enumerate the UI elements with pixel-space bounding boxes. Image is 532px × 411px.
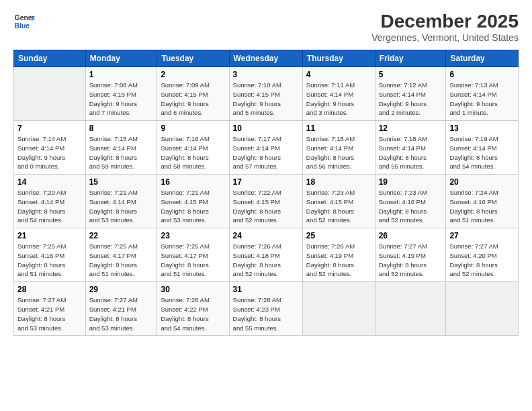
header: General Blue December 2025 Vergennes, Ve…	[13, 11, 519, 43]
day-info: Sunrise: 7:14 AM Sunset: 4:14 PM Dayligh…	[17, 134, 82, 171]
day-info: Sunrise: 7:18 AM Sunset: 4:14 PM Dayligh…	[379, 134, 443, 171]
day-number: 7	[17, 124, 82, 133]
day-cell: 3Sunrise: 7:10 AM Sunset: 4:15 PM Daylig…	[229, 67, 302, 121]
col-friday: Friday	[375, 50, 446, 67]
day-number: 26	[379, 231, 443, 240]
day-info: Sunrise: 7:09 AM Sunset: 4:15 PM Dayligh…	[161, 81, 225, 118]
page: General Blue December 2025 Vergennes, Ve…	[0, 0, 532, 411]
calendar: Sunday Monday Tuesday Wednesday Thursday…	[13, 50, 519, 336]
day-cell: 14Sunrise: 7:20 AM Sunset: 4:14 PM Dayli…	[14, 175, 86, 228]
week-row-3: 21Sunrise: 7:25 AM Sunset: 4:16 PM Dayli…	[14, 228, 519, 282]
day-number: 3	[233, 70, 299, 79]
day-info: Sunrise: 7:20 AM Sunset: 4:14 PM Dayligh…	[17, 188, 82, 225]
day-number: 2	[161, 70, 225, 79]
day-info: Sunrise: 7:25 AM Sunset: 4:16 PM Dayligh…	[17, 242, 82, 279]
day-number: 5	[379, 70, 443, 79]
day-info: Sunrise: 7:08 AM Sunset: 4:15 PM Dayligh…	[89, 81, 154, 118]
day-cell: 7Sunrise: 7:14 AM Sunset: 4:14 PM Daylig…	[14, 121, 86, 175]
logo-icon: General Blue	[13, 11, 35, 32]
day-info: Sunrise: 7:25 AM Sunset: 4:17 PM Dayligh…	[89, 242, 154, 279]
day-info: Sunrise: 7:27 AM Sunset: 4:21 PM Dayligh…	[89, 295, 154, 332]
day-number: 9	[161, 124, 225, 133]
day-info: Sunrise: 7:13 AM Sunset: 4:14 PM Dayligh…	[449, 81, 515, 118]
day-info: Sunrise: 7:15 AM Sunset: 4:14 PM Dayligh…	[89, 134, 154, 171]
day-info: Sunrise: 7:28 AM Sunset: 4:23 PM Dayligh…	[233, 295, 299, 332]
day-number: 10	[233, 124, 299, 133]
day-cell: 8Sunrise: 7:15 AM Sunset: 4:14 PM Daylig…	[85, 121, 157, 175]
day-number: 28	[17, 285, 82, 294]
day-number: 11	[306, 124, 371, 133]
day-number: 23	[161, 231, 225, 240]
day-number: 6	[449, 70, 515, 79]
day-number: 22	[89, 231, 154, 240]
calendar-body: 1Sunrise: 7:08 AM Sunset: 4:15 PM Daylig…	[14, 67, 519, 336]
day-number: 25	[306, 231, 371, 240]
day-cell: 23Sunrise: 7:25 AM Sunset: 4:17 PM Dayli…	[157, 228, 229, 282]
day-cell	[14, 67, 86, 121]
col-saturday: Saturday	[446, 50, 519, 67]
day-info: Sunrise: 7:26 AM Sunset: 4:19 PM Dayligh…	[306, 242, 371, 279]
day-cell	[446, 282, 519, 336]
day-cell: 26Sunrise: 7:27 AM Sunset: 4:19 PM Dayli…	[375, 228, 446, 282]
day-cell: 30Sunrise: 7:28 AM Sunset: 4:22 PM Dayli…	[157, 282, 229, 336]
day-cell: 19Sunrise: 7:23 AM Sunset: 4:16 PM Dayli…	[375, 175, 446, 228]
day-info: Sunrise: 7:27 AM Sunset: 4:20 PM Dayligh…	[449, 242, 515, 279]
day-cell: 1Sunrise: 7:08 AM Sunset: 4:15 PM Daylig…	[85, 67, 157, 121]
day-cell: 24Sunrise: 7:26 AM Sunset: 4:18 PM Dayli…	[229, 228, 302, 282]
week-row-0: 1Sunrise: 7:08 AM Sunset: 4:15 PM Daylig…	[14, 67, 519, 121]
day-cell	[375, 282, 446, 336]
col-sunday: Sunday	[14, 50, 86, 67]
day-number: 14	[17, 177, 82, 187]
week-row-4: 28Sunrise: 7:27 AM Sunset: 4:21 PM Dayli…	[14, 282, 519, 336]
day-number: 18	[306, 177, 371, 187]
day-cell: 31Sunrise: 7:28 AM Sunset: 4:23 PM Dayli…	[229, 282, 302, 336]
day-cell: 27Sunrise: 7:27 AM Sunset: 4:20 PM Dayli…	[446, 228, 519, 282]
day-info: Sunrise: 7:11 AM Sunset: 4:14 PM Dayligh…	[306, 81, 371, 118]
day-cell: 15Sunrise: 7:21 AM Sunset: 4:14 PM Dayli…	[85, 175, 157, 228]
day-number: 15	[89, 177, 154, 187]
logo: General Blue	[13, 11, 35, 32]
day-cell: 20Sunrise: 7:24 AM Sunset: 4:16 PM Dayli…	[446, 175, 519, 228]
day-number: 21	[17, 231, 82, 240]
week-row-1: 7Sunrise: 7:14 AM Sunset: 4:14 PM Daylig…	[14, 121, 519, 175]
day-cell: 18Sunrise: 7:23 AM Sunset: 4:15 PM Dayli…	[302, 175, 375, 228]
day-number: 12	[379, 124, 443, 133]
day-number: 4	[306, 70, 371, 79]
day-info: Sunrise: 7:23 AM Sunset: 4:16 PM Dayligh…	[379, 188, 443, 225]
day-cell: 12Sunrise: 7:18 AM Sunset: 4:14 PM Dayli…	[375, 121, 446, 175]
day-number: 1	[89, 70, 154, 79]
day-cell: 2Sunrise: 7:09 AM Sunset: 4:15 PM Daylig…	[157, 67, 229, 121]
day-cell: 25Sunrise: 7:26 AM Sunset: 4:19 PM Dayli…	[302, 228, 375, 282]
day-cell: 6Sunrise: 7:13 AM Sunset: 4:14 PM Daylig…	[446, 67, 519, 121]
day-info: Sunrise: 7:21 AM Sunset: 4:14 PM Dayligh…	[89, 188, 154, 225]
day-cell: 29Sunrise: 7:27 AM Sunset: 4:21 PM Dayli…	[85, 282, 157, 336]
day-info: Sunrise: 7:27 AM Sunset: 4:21 PM Dayligh…	[17, 295, 82, 332]
day-cell: 16Sunrise: 7:21 AM Sunset: 4:15 PM Dayli…	[157, 175, 229, 228]
day-number: 8	[89, 124, 154, 133]
week-row-2: 14Sunrise: 7:20 AM Sunset: 4:14 PM Dayli…	[14, 175, 519, 228]
day-info: Sunrise: 7:22 AM Sunset: 4:15 PM Dayligh…	[233, 188, 299, 225]
svg-text:Blue: Blue	[15, 22, 30, 30]
day-cell: 10Sunrise: 7:17 AM Sunset: 4:14 PM Dayli…	[229, 121, 302, 175]
day-info: Sunrise: 7:12 AM Sunset: 4:14 PM Dayligh…	[379, 81, 443, 118]
col-wednesday: Wednesday	[229, 50, 302, 67]
subtitle: Vergennes, Vermont, United States	[371, 32, 519, 43]
day-number: 20	[449, 177, 515, 187]
calendar-header: Sunday Monday Tuesday Wednesday Thursday…	[14, 50, 519, 67]
day-number: 16	[161, 177, 225, 187]
header-row: Sunday Monday Tuesday Wednesday Thursday…	[14, 50, 519, 67]
day-info: Sunrise: 7:18 AM Sunset: 4:14 PM Dayligh…	[306, 134, 371, 171]
day-cell: 17Sunrise: 7:22 AM Sunset: 4:15 PM Dayli…	[229, 175, 302, 228]
day-cell: 5Sunrise: 7:12 AM Sunset: 4:14 PM Daylig…	[375, 67, 446, 121]
day-number: 29	[89, 285, 154, 294]
day-info: Sunrise: 7:27 AM Sunset: 4:19 PM Dayligh…	[379, 242, 443, 279]
day-number: 27	[449, 231, 515, 240]
day-cell: 28Sunrise: 7:27 AM Sunset: 4:21 PM Dayli…	[14, 282, 86, 336]
day-cell: 21Sunrise: 7:25 AM Sunset: 4:16 PM Dayli…	[14, 228, 86, 282]
day-number: 31	[233, 285, 299, 294]
day-number: 24	[233, 231, 299, 240]
day-cell: 13Sunrise: 7:19 AM Sunset: 4:14 PM Dayli…	[446, 121, 519, 175]
day-info: Sunrise: 7:25 AM Sunset: 4:17 PM Dayligh…	[161, 242, 225, 279]
day-info: Sunrise: 7:16 AM Sunset: 4:14 PM Dayligh…	[161, 134, 225, 171]
day-cell: 9Sunrise: 7:16 AM Sunset: 4:14 PM Daylig…	[157, 121, 229, 175]
